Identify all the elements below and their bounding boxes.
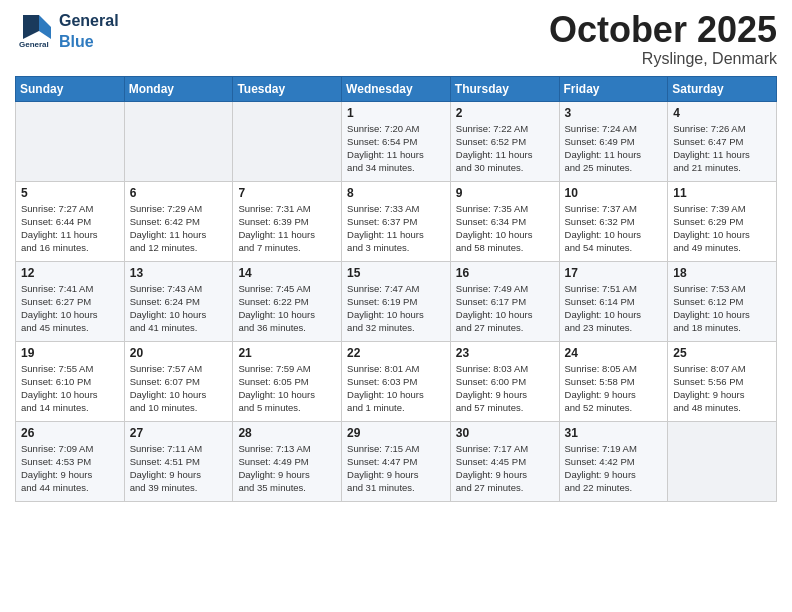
day-info: Sunrise: 7:15 AM Sunset: 4:47 PM Dayligh… — [347, 442, 445, 495]
calendar-cell: 24Sunrise: 8:05 AM Sunset: 5:58 PM Dayli… — [559, 341, 668, 421]
day-info: Sunrise: 7:53 AM Sunset: 6:12 PM Dayligh… — [673, 282, 771, 335]
weekday-header: Friday — [559, 76, 668, 101]
day-info: Sunrise: 7:47 AM Sunset: 6:19 PM Dayligh… — [347, 282, 445, 335]
month-title: October 2025 — [549, 10, 777, 50]
day-number: 25 — [673, 346, 771, 360]
calendar-cell: 13Sunrise: 7:43 AM Sunset: 6:24 PM Dayli… — [124, 261, 233, 341]
calendar-cell: 4Sunrise: 7:26 AM Sunset: 6:47 PM Daylig… — [668, 101, 777, 181]
day-number: 15 — [347, 266, 445, 280]
day-info: Sunrise: 7:39 AM Sunset: 6:29 PM Dayligh… — [673, 202, 771, 255]
day-info: Sunrise: 7:11 AM Sunset: 4:51 PM Dayligh… — [130, 442, 228, 495]
day-info: Sunrise: 7:09 AM Sunset: 4:53 PM Dayligh… — [21, 442, 119, 495]
calendar-cell: 28Sunrise: 7:13 AM Sunset: 4:49 PM Dayli… — [233, 421, 342, 501]
day-number: 28 — [238, 426, 336, 440]
calendar-cell: 10Sunrise: 7:37 AM Sunset: 6:32 PM Dayli… — [559, 181, 668, 261]
day-info: Sunrise: 7:31 AM Sunset: 6:39 PM Dayligh… — [238, 202, 336, 255]
day-info: Sunrise: 7:59 AM Sunset: 6:05 PM Dayligh… — [238, 362, 336, 415]
calendar-week-row: 5Sunrise: 7:27 AM Sunset: 6:44 PM Daylig… — [16, 181, 777, 261]
day-info: Sunrise: 8:05 AM Sunset: 5:58 PM Dayligh… — [565, 362, 663, 415]
day-number: 2 — [456, 106, 554, 120]
weekday-header: Tuesday — [233, 76, 342, 101]
weekday-header: Thursday — [450, 76, 559, 101]
day-info: Sunrise: 7:45 AM Sunset: 6:22 PM Dayligh… — [238, 282, 336, 335]
calendar-container: General General Blue October 2025 Ryslin… — [0, 0, 792, 517]
weekday-header: Wednesday — [342, 76, 451, 101]
calendar-cell: 29Sunrise: 7:15 AM Sunset: 4:47 PM Dayli… — [342, 421, 451, 501]
calendar-cell: 17Sunrise: 7:51 AM Sunset: 6:14 PM Dayli… — [559, 261, 668, 341]
header: General General Blue October 2025 Ryslin… — [15, 10, 777, 68]
day-number: 24 — [565, 346, 663, 360]
calendar-cell: 26Sunrise: 7:09 AM Sunset: 4:53 PM Dayli… — [16, 421, 125, 501]
day-info: Sunrise: 7:55 AM Sunset: 6:10 PM Dayligh… — [21, 362, 119, 415]
calendar-cell: 11Sunrise: 7:39 AM Sunset: 6:29 PM Dayli… — [668, 181, 777, 261]
day-info: Sunrise: 8:07 AM Sunset: 5:56 PM Dayligh… — [673, 362, 771, 415]
day-info: Sunrise: 7:17 AM Sunset: 4:45 PM Dayligh… — [456, 442, 554, 495]
day-number: 10 — [565, 186, 663, 200]
day-number: 18 — [673, 266, 771, 280]
weekday-header: Sunday — [16, 76, 125, 101]
day-info: Sunrise: 8:03 AM Sunset: 6:00 PM Dayligh… — [456, 362, 554, 415]
day-number: 6 — [130, 186, 228, 200]
day-number: 23 — [456, 346, 554, 360]
calendar-cell: 15Sunrise: 7:47 AM Sunset: 6:19 PM Dayli… — [342, 261, 451, 341]
day-info: Sunrise: 7:37 AM Sunset: 6:32 PM Dayligh… — [565, 202, 663, 255]
weekday-row: SundayMondayTuesdayWednesdayThursdayFrid… — [16, 76, 777, 101]
logo: General General Blue — [15, 10, 119, 52]
day-info: Sunrise: 7:51 AM Sunset: 6:14 PM Dayligh… — [565, 282, 663, 335]
day-number: 31 — [565, 426, 663, 440]
calendar-cell: 21Sunrise: 7:59 AM Sunset: 6:05 PM Dayli… — [233, 341, 342, 421]
day-number: 11 — [673, 186, 771, 200]
calendar-cell: 31Sunrise: 7:19 AM Sunset: 4:42 PM Dayli… — [559, 421, 668, 501]
calendar-table: SundayMondayTuesdayWednesdayThursdayFrid… — [15, 76, 777, 502]
calendar-cell: 16Sunrise: 7:49 AM Sunset: 6:17 PM Dayli… — [450, 261, 559, 341]
day-number: 27 — [130, 426, 228, 440]
day-number: 12 — [21, 266, 119, 280]
day-number: 13 — [130, 266, 228, 280]
day-number: 21 — [238, 346, 336, 360]
calendar-cell: 9Sunrise: 7:35 AM Sunset: 6:34 PM Daylig… — [450, 181, 559, 261]
calendar-cell: 2Sunrise: 7:22 AM Sunset: 6:52 PM Daylig… — [450, 101, 559, 181]
calendar-header: SundayMondayTuesdayWednesdayThursdayFrid… — [16, 76, 777, 101]
calendar-cell — [16, 101, 125, 181]
calendar-cell: 30Sunrise: 7:17 AM Sunset: 4:45 PM Dayli… — [450, 421, 559, 501]
calendar-cell: 18Sunrise: 7:53 AM Sunset: 6:12 PM Dayli… — [668, 261, 777, 341]
calendar-cell — [233, 101, 342, 181]
calendar-cell: 23Sunrise: 8:03 AM Sunset: 6:00 PM Dayli… — [450, 341, 559, 421]
day-info: Sunrise: 7:33 AM Sunset: 6:37 PM Dayligh… — [347, 202, 445, 255]
calendar-cell: 14Sunrise: 7:45 AM Sunset: 6:22 PM Dayli… — [233, 261, 342, 341]
day-number: 4 — [673, 106, 771, 120]
calendar-cell: 19Sunrise: 7:55 AM Sunset: 6:10 PM Dayli… — [16, 341, 125, 421]
calendar-cell: 25Sunrise: 8:07 AM Sunset: 5:56 PM Dayli… — [668, 341, 777, 421]
day-info: Sunrise: 7:29 AM Sunset: 6:42 PM Dayligh… — [130, 202, 228, 255]
calendar-cell: 1Sunrise: 7:20 AM Sunset: 6:54 PM Daylig… — [342, 101, 451, 181]
calendar-week-row: 19Sunrise: 7:55 AM Sunset: 6:10 PM Dayli… — [16, 341, 777, 421]
calendar-week-row: 26Sunrise: 7:09 AM Sunset: 4:53 PM Dayli… — [16, 421, 777, 501]
day-info: Sunrise: 7:49 AM Sunset: 6:17 PM Dayligh… — [456, 282, 554, 335]
day-info: Sunrise: 7:57 AM Sunset: 6:07 PM Dayligh… — [130, 362, 228, 415]
weekday-header: Monday — [124, 76, 233, 101]
calendar-cell: 12Sunrise: 7:41 AM Sunset: 6:27 PM Dayli… — [16, 261, 125, 341]
calendar-cell: 6Sunrise: 7:29 AM Sunset: 6:42 PM Daylig… — [124, 181, 233, 261]
weekday-header: Saturday — [668, 76, 777, 101]
calendar-cell: 27Sunrise: 7:11 AM Sunset: 4:51 PM Dayli… — [124, 421, 233, 501]
day-info: Sunrise: 8:01 AM Sunset: 6:03 PM Dayligh… — [347, 362, 445, 415]
day-number: 8 — [347, 186, 445, 200]
calendar-cell — [668, 421, 777, 501]
day-number: 22 — [347, 346, 445, 360]
day-info: Sunrise: 7:13 AM Sunset: 4:49 PM Dayligh… — [238, 442, 336, 495]
calendar-week-row: 1Sunrise: 7:20 AM Sunset: 6:54 PM Daylig… — [16, 101, 777, 181]
day-info: Sunrise: 7:41 AM Sunset: 6:27 PM Dayligh… — [21, 282, 119, 335]
day-info: Sunrise: 7:19 AM Sunset: 4:42 PM Dayligh… — [565, 442, 663, 495]
logo-text: General Blue — [59, 10, 119, 52]
day-info: Sunrise: 7:22 AM Sunset: 6:52 PM Dayligh… — [456, 122, 554, 175]
logo-general: General — [59, 12, 119, 29]
svg-text:General: General — [19, 40, 49, 49]
day-info: Sunrise: 7:20 AM Sunset: 6:54 PM Dayligh… — [347, 122, 445, 175]
day-info: Sunrise: 7:27 AM Sunset: 6:44 PM Dayligh… — [21, 202, 119, 255]
day-number: 19 — [21, 346, 119, 360]
title-block: October 2025 Ryslinge, Denmark — [549, 10, 777, 68]
day-number: 9 — [456, 186, 554, 200]
calendar-cell: 7Sunrise: 7:31 AM Sunset: 6:39 PM Daylig… — [233, 181, 342, 261]
day-number: 20 — [130, 346, 228, 360]
day-number: 5 — [21, 186, 119, 200]
